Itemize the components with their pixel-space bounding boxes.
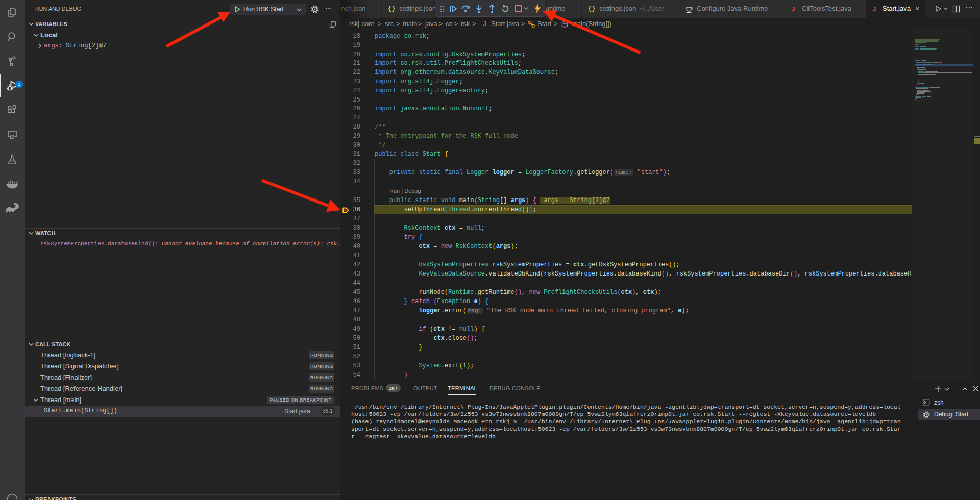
svg-text:×: × [11, 135, 13, 138]
